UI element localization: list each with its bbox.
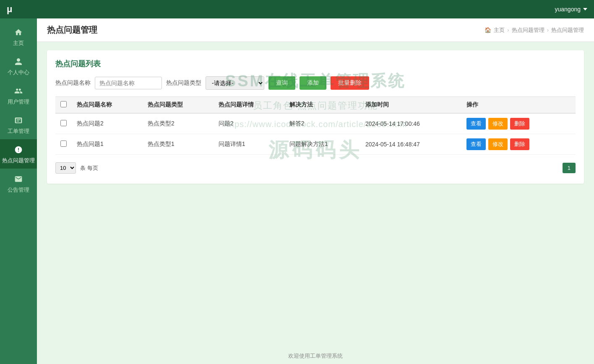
td-name-2: 热点问题1 bbox=[72, 134, 143, 155]
card-container: 热点问题列表 热点问题名称 热点问题类型 -请选择- 热点类型1 热点类型2 查… bbox=[47, 50, 584, 184]
breadcrumb-sep2: › bbox=[547, 27, 549, 33]
batch-delete-button[interactable]: 批量删除 bbox=[331, 76, 369, 90]
person-icon bbox=[13, 57, 24, 66]
user-dropdown-caret bbox=[583, 8, 587, 10]
row-checkbox-2[interactable] bbox=[60, 140, 67, 147]
th-solution: 解决方法 bbox=[284, 97, 360, 114]
th-checkbox bbox=[55, 97, 72, 114]
sidebar-notices-label: 公告管理 bbox=[8, 186, 29, 194]
footer: 欢迎使用工单管理系统 bbox=[37, 346, 594, 364]
th-name: 热点问题名称 bbox=[72, 97, 143, 114]
th-actions: 操作 bbox=[461, 97, 576, 114]
table-row: 热点问题1 热点类型1 问题详情1 问题解决方法1 2024-05-14 16:… bbox=[55, 134, 576, 155]
td-solution-1: 解答2 bbox=[284, 113, 360, 134]
search-input[interactable] bbox=[95, 77, 162, 89]
delete-button-1[interactable]: 删除 bbox=[510, 118, 529, 130]
delete-button-2[interactable]: 删除 bbox=[510, 138, 529, 150]
action-btns-1: 查看 修改 删除 bbox=[466, 118, 571, 130]
svg-rect-0 bbox=[17, 120, 20, 120]
breadcrumb-sep1: › bbox=[507, 27, 509, 33]
sidebar-hotissues-label: 热点问题管理 bbox=[2, 157, 35, 164]
search-label2: 热点问题类型 bbox=[166, 79, 201, 87]
type-select[interactable]: -请选择- 热点类型1 热点类型2 bbox=[206, 76, 264, 90]
row-checkbox-1[interactable] bbox=[60, 120, 67, 126]
td-time-1: 2024-05-14 17:00:46 bbox=[360, 113, 461, 134]
svg-rect-1 bbox=[17, 121, 19, 122]
breadcrumb-item2: 热点问题管理 bbox=[551, 26, 584, 34]
topbar: μ yuangong bbox=[0, 0, 594, 18]
sidebar-item-home[interactable]: 主页 bbox=[0, 22, 37, 51]
table-wrap: 热点问题名称 热点问题类型 热点问题详情 解决方法 添加时间 操作 bbox=[55, 96, 576, 155]
select-all-checkbox[interactable] bbox=[60, 101, 67, 107]
th-detail: 热点问题详情 bbox=[214, 97, 284, 114]
sidebar-item-users[interactable]: 用户管理 bbox=[0, 81, 37, 110]
page-title: 热点问题管理 bbox=[47, 24, 97, 36]
action-btns-2: 查看 修改 删除 bbox=[466, 138, 571, 150]
td-solution-2: 问题解决方法1 bbox=[284, 134, 360, 155]
td-type-2: 热点类型1 bbox=[143, 134, 214, 155]
per-page-select[interactable]: 10 20 50 bbox=[55, 162, 76, 174]
sidebar-tickets-label: 工单管理 bbox=[8, 127, 29, 135]
logo: μ bbox=[7, 4, 12, 15]
table-row: 热点问题2 热点类型2 问题2 解答2 2024-05-14 17:00:46 … bbox=[55, 113, 576, 134]
edit-button-2[interactable]: 修改 bbox=[488, 138, 508, 150]
th-time: 添加时间 bbox=[360, 97, 461, 114]
home-icon bbox=[13, 28, 24, 37]
breadcrumb: 🏠 主页 › 热点问题管理 › 热点问题管理 bbox=[485, 26, 584, 34]
breadcrumb-home-icon: 🏠 bbox=[485, 27, 491, 33]
td-actions-2: 查看 修改 删除 bbox=[461, 134, 576, 155]
main-wrapper: 热点问题管理 🏠 主页 › 热点问题管理 › 热点问题管理 热点问题列表 热点问… bbox=[37, 18, 594, 364]
footer-text: 欢迎使用工单管理系统 bbox=[288, 353, 343, 359]
card-title: 热点问题列表 bbox=[55, 59, 576, 69]
sidebar-home-label: 主页 bbox=[13, 39, 24, 47]
edit-button-1[interactable]: 修改 bbox=[488, 118, 508, 130]
hotissue-icon bbox=[13, 145, 24, 154]
notice-icon bbox=[13, 174, 24, 184]
td-name-1: 热点问题2 bbox=[72, 113, 143, 134]
td-actions-1: 查看 修改 删除 bbox=[461, 113, 576, 134]
td-time-2: 2024-05-14 16:48:47 bbox=[360, 134, 461, 155]
td-checkbox-2 bbox=[55, 134, 72, 155]
search-bar: 热点问题名称 热点问题类型 -请选择- 热点类型1 热点类型2 查询 添加 批量… bbox=[55, 76, 576, 90]
sidebar-profile-label: 个人中心 bbox=[8, 69, 29, 76]
sidebar-item-notices[interactable]: 公告管理 bbox=[0, 169, 37, 198]
main-card: 热点问题列表 热点问题名称 热点问题类型 -请选择- 热点类型1 热点类型2 查… bbox=[47, 50, 584, 184]
user-menu[interactable]: yuangong bbox=[555, 6, 587, 13]
th-type: 热点问题类型 bbox=[143, 97, 214, 114]
per-page-label: 条 每页 bbox=[80, 164, 98, 172]
search-button[interactable]: 查询 bbox=[268, 76, 295, 90]
td-type-1: 热点类型2 bbox=[143, 113, 214, 134]
search-label1: 热点问题名称 bbox=[55, 79, 91, 87]
sidebar-item-hotissues[interactable]: 热点问题管理 bbox=[0, 139, 37, 169]
sidebar: 主页 个人中心 用户管理 工单管理 热点问题管理 公告管理 bbox=[0, 18, 37, 364]
issues-table: 热点问题名称 热点问题类型 热点问题详情 解决方法 添加时间 操作 bbox=[55, 96, 576, 155]
td-checkbox-1 bbox=[55, 113, 72, 134]
view-button-1[interactable]: 查看 bbox=[466, 118, 486, 130]
username-label: yuangong bbox=[555, 6, 581, 13]
content-area: 热点问题列表 热点问题名称 热点问题类型 -请选择- 热点类型1 热点类型2 查… bbox=[37, 42, 594, 346]
sidebar-users-label: 用户管理 bbox=[8, 98, 29, 106]
sidebar-item-tickets[interactable]: 工单管理 bbox=[0, 110, 37, 139]
users-icon bbox=[13, 86, 24, 96]
pagination-bar: 10 20 50 条 每页 1 bbox=[55, 162, 576, 174]
td-detail-1: 问题2 bbox=[214, 113, 284, 134]
page-header: 热点问题管理 🏠 主页 › 热点问题管理 › 热点问题管理 bbox=[37, 18, 594, 42]
breadcrumb-home: 主页 bbox=[494, 26, 505, 34]
ticket-icon bbox=[13, 116, 24, 125]
table-header-row: 热点问题名称 热点问题类型 热点问题详情 解决方法 添加时间 操作 bbox=[55, 97, 576, 114]
view-button-2[interactable]: 查看 bbox=[466, 138, 486, 150]
sidebar-item-profile[interactable]: 个人中心 bbox=[0, 51, 37, 81]
breadcrumb-item1: 热点问题管理 bbox=[512, 26, 544, 34]
add-button[interactable]: 添加 bbox=[300, 76, 326, 90]
page-1-button[interactable]: 1 bbox=[563, 163, 576, 173]
td-detail-2: 问题详情1 bbox=[214, 134, 284, 155]
